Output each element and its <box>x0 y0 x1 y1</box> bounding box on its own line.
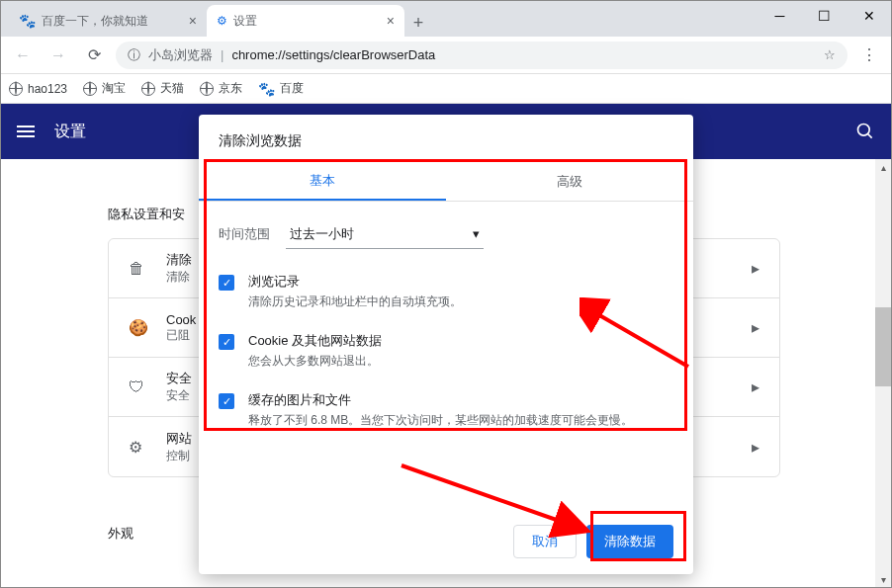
dialog-title: 清除浏览数据 <box>199 115 693 162</box>
globe-icon <box>141 82 155 96</box>
scrollbar-thumb[interactable] <box>875 307 891 386</box>
chevron-right-icon: ▸ <box>752 318 759 337</box>
bookmark-item[interactable]: 🐾百度 <box>258 80 304 97</box>
site-info-icon[interactable]: ⓘ <box>128 46 140 64</box>
forward-button[interactable]: → <box>45 42 72 69</box>
search-icon[interactable] <box>855 122 875 141</box>
bookmark-item[interactable]: 京东 <box>200 80 242 97</box>
separator: | <box>221 47 223 62</box>
checkbox-cache[interactable]: ✓ <box>219 393 234 409</box>
section-title: 隐私设置和安 <box>108 206 185 223</box>
chevron-right-icon: ▸ <box>752 378 759 396</box>
reload-button[interactable]: ⟳ <box>80 42 108 69</box>
time-range-select[interactable]: 过去一小时 ▾ <box>286 219 484 249</box>
bookmark-star-icon[interactable]: ☆ <box>824 47 836 62</box>
bookmark-item[interactable]: hao123 <box>9 82 67 96</box>
scroll-up-icon[interactable]: ▴ <box>875 159 891 175</box>
vertical-scrollbar[interactable]: ▴ ▾ <box>875 159 891 587</box>
baidu-icon: 🐾 <box>258 81 275 97</box>
url-text: chrome://settings/clearBrowserData <box>231 47 435 62</box>
tab-label: 百度一下，你就知道 <box>42 13 148 30</box>
tune-icon: ⚙ <box>129 438 148 457</box>
minimize-button[interactable]: ─ <box>758 1 802 31</box>
hamburger-icon[interactable] <box>17 126 35 137</box>
check-sub: 清除历史记录和地址栏中的自动填充项。 <box>248 294 462 310</box>
clear-data-button[interactable]: 清除数据 <box>586 525 673 558</box>
bookmarks-bar: hao123 淘宝 天猫 京东 🐾百度 <box>1 74 891 104</box>
check-sub: 您会从大多数网站退出。 <box>248 353 382 370</box>
check-sub: 释放了不到 6.8 MB。当您下次访问时，某些网站的加载速度可能会更慢。 <box>248 412 633 429</box>
section-title-appearance: 外观 <box>108 525 134 543</box>
checkbox-history[interactable]: ✓ <box>219 275 234 291</box>
close-button[interactable]: ✕ <box>847 1 891 31</box>
chevron-right-icon: ▸ <box>752 438 759 457</box>
menu-button[interactable]: ⋮ <box>855 42 883 69</box>
tab-baidu[interactable]: 🐾 百度一下，你就知道 × <box>9 5 207 37</box>
window-controls: ─ ☐ ✕ <box>758 1 891 31</box>
dialog-actions: 取消 清除数据 <box>513 525 673 558</box>
gear-icon: ⚙ <box>217 14 227 28</box>
close-icon[interactable]: × <box>387 13 395 29</box>
globe-icon <box>83 82 97 96</box>
tab-settings[interactable]: ⚙ 设置 × <box>207 5 404 37</box>
chevron-right-icon: ▸ <box>752 259 759 278</box>
clear-data-dialog: 清除浏览数据 基本 高级 时间范围 过去一小时 ▾ ✓ 浏览记录清除历史记录和地… <box>199 115 693 574</box>
check-title: 浏览记录 <box>248 273 462 291</box>
svg-line-1 <box>868 134 872 138</box>
new-tab-button[interactable]: + <box>404 9 432 37</box>
shield-icon: 🛡 <box>129 378 148 396</box>
globe-icon <box>9 82 23 96</box>
svg-point-0 <box>858 125 870 136</box>
close-icon[interactable]: × <box>189 13 197 29</box>
app-name: 小岛浏览器 <box>148 46 213 64</box>
scroll-down-icon[interactable]: ▾ <box>875 571 891 587</box>
cookie-icon: 🍪 <box>129 318 148 337</box>
trash-icon: 🗑 <box>129 260 148 278</box>
back-button[interactable]: ← <box>9 42 37 69</box>
tab-basic[interactable]: 基本 <box>199 162 446 201</box>
dialog-tabs: 基本 高级 <box>199 162 693 202</box>
bookmark-item[interactable]: 天猫 <box>141 80 184 97</box>
checkbox-cookies[interactable]: ✓ <box>219 334 234 350</box>
address-bar[interactable]: ⓘ 小岛浏览器 | chrome://settings/clearBrowser… <box>116 42 847 69</box>
browser-toolbar: ← → ⟳ ⓘ 小岛浏览器 | chrome://settings/clearB… <box>1 37 891 74</box>
chevron-down-icon: ▾ <box>473 226 480 241</box>
globe-icon <box>200 82 214 96</box>
browser-titlebar: 🐾 百度一下，你就知道 × ⚙ 设置 × + ─ ☐ ✕ <box>1 1 891 37</box>
maximize-button[interactable]: ☐ <box>802 1 847 31</box>
tab-label: 设置 <box>233 13 257 30</box>
bookmark-item[interactable]: 淘宝 <box>83 80 126 97</box>
dialog-body: 时间范围 过去一小时 ▾ ✓ 浏览记录清除历史记录和地址栏中的自动填充项。 ✓ … <box>199 202 693 468</box>
check-title: Cookie 及其他网站数据 <box>248 332 382 350</box>
tab-advanced[interactable]: 高级 <box>446 162 693 201</box>
time-range-label: 时间范围 <box>219 225 270 243</box>
cancel-button[interactable]: 取消 <box>513 525 577 558</box>
check-title: 缓存的图片和文件 <box>248 391 633 409</box>
baidu-icon: 🐾 <box>19 13 36 29</box>
page-title: 设置 <box>54 122 86 142</box>
